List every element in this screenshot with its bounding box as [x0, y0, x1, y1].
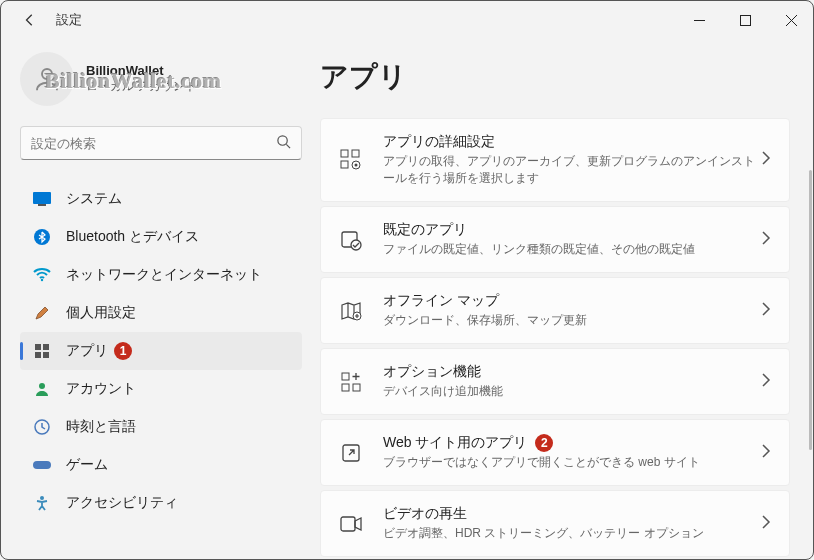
- wifi-icon: [32, 265, 52, 285]
- card-desc: ファイルの既定値、リンク種類の既定値、その他の既定値: [383, 241, 761, 258]
- badge: 2: [535, 434, 553, 452]
- svg-line-4: [286, 144, 290, 148]
- scrollbar[interactable]: [809, 170, 812, 450]
- maximize-button[interactable]: [722, 0, 768, 40]
- card-title: オプション機能: [383, 363, 761, 381]
- profile-name: BillionWallet: [86, 63, 197, 78]
- svg-rect-19: [341, 161, 348, 168]
- nav-label: アクセシビリティ: [66, 494, 178, 512]
- chevron-right-icon: [761, 302, 771, 320]
- card-title: ビデオの再生: [383, 505, 761, 523]
- minimize-button[interactable]: [676, 0, 722, 40]
- sidebar-item-accessibility[interactable]: アクセシビリティ: [20, 484, 302, 522]
- card-desc: ビデオ調整、HDR ストリーミング、バッテリー オプション: [383, 525, 761, 542]
- nav-label: アカウント: [66, 380, 136, 398]
- search-input[interactable]: [31, 136, 276, 151]
- svg-rect-12: [43, 352, 49, 358]
- card-desc: デバイス向け追加機能: [383, 383, 761, 400]
- card-offline-maps[interactable]: オフライン マップ ダウンロード、保存場所、マップ更新: [320, 277, 790, 344]
- card-title: 既定のアプリ: [383, 221, 761, 239]
- svg-point-13: [39, 383, 45, 389]
- gamepad-icon: [32, 455, 52, 475]
- back-button[interactable]: [20, 10, 40, 30]
- sidebar: BillionWallet ローカル アカウント システム Bluetooth …: [0, 40, 310, 560]
- search-icon: [276, 134, 291, 153]
- apps-icon: [32, 341, 52, 361]
- video-icon: [339, 512, 363, 536]
- nav-label: 時刻と言語: [66, 418, 136, 436]
- nav-label: ゲーム: [66, 456, 108, 474]
- svg-rect-29: [341, 517, 355, 531]
- nav-label: ネットワークとインターネット: [66, 266, 262, 284]
- search-box[interactable]: [20, 126, 302, 160]
- nav-label: Bluetooth とデバイス: [66, 228, 199, 246]
- card-optional-features[interactable]: オプション機能 デバイス向け追加機能: [320, 348, 790, 415]
- svg-rect-18: [352, 150, 359, 157]
- brush-icon: [32, 303, 52, 323]
- svg-point-8: [41, 279, 43, 281]
- default-apps-icon: [339, 228, 363, 252]
- svg-point-21: [355, 164, 358, 167]
- svg-rect-5: [33, 192, 51, 204]
- card-web-apps[interactable]: Web サイト用のアプリ2 ブラウザーではなくアプリで開くことができる web …: [320, 419, 790, 486]
- open-icon: [339, 441, 363, 465]
- main-content: アプリ アプリの詳細設定 アプリの取得、アプリのアーカイブ、更新プログラムのアン…: [310, 40, 814, 560]
- svg-rect-11: [35, 352, 41, 358]
- svg-rect-26: [342, 384, 349, 391]
- svg-rect-9: [35, 344, 41, 350]
- card-video-playback[interactable]: ビデオの再生 ビデオ調整、HDR ストリーミング、バッテリー オプション: [320, 490, 790, 557]
- badge: 1: [114, 342, 132, 360]
- page-title: アプリ: [320, 58, 790, 96]
- card-desc: ダウンロード、保存場所、マップ更新: [383, 312, 761, 329]
- sidebar-item-apps[interactable]: アプリ 1: [20, 332, 302, 370]
- card-desc: ブラウザーではなくアプリで開くことができる web サイト: [383, 454, 761, 471]
- sidebar-item-time[interactable]: 時刻と言語: [20, 408, 302, 446]
- nav-label: 個人用設定: [66, 304, 136, 322]
- sidebar-item-personalization[interactable]: 個人用設定: [20, 294, 302, 332]
- clock-icon: [32, 417, 52, 437]
- card-title: Web サイト用のアプリ2: [383, 434, 761, 452]
- map-icon: [339, 299, 363, 323]
- chevron-right-icon: [761, 231, 771, 249]
- svg-point-2: [42, 69, 52, 79]
- card-default-apps[interactable]: 既定のアプリ ファイルの既定値、リンク種類の既定値、その他の既定値: [320, 206, 790, 273]
- svg-point-16: [40, 496, 44, 500]
- nav-label: システム: [66, 190, 122, 208]
- chevron-right-icon: [761, 515, 771, 533]
- window-controls: [676, 0, 814, 40]
- svg-rect-6: [38, 204, 46, 206]
- card-desc: アプリの取得、アプリのアーカイブ、更新プログラムのアンインストールを行う場所を選…: [383, 153, 761, 187]
- profile-sub: ローカル アカウント: [86, 78, 197, 95]
- card-title: アプリの詳細設定: [383, 133, 761, 151]
- svg-point-3: [278, 135, 287, 144]
- titlebar: 設定: [0, 0, 814, 40]
- sidebar-item-gaming[interactable]: ゲーム: [20, 446, 302, 484]
- card-advanced-settings[interactable]: アプリの詳細設定 アプリの取得、アプリのアーカイブ、更新プログラムのアンインスト…: [320, 118, 790, 202]
- bluetooth-icon: [32, 227, 52, 247]
- nav-label: アプリ: [66, 342, 108, 360]
- chevron-right-icon: [761, 444, 771, 462]
- close-button[interactable]: [768, 0, 814, 40]
- card-title: オフライン マップ: [383, 292, 761, 310]
- sidebar-item-accounts[interactable]: アカウント: [20, 370, 302, 408]
- grid-plus-icon: [339, 370, 363, 394]
- svg-rect-15: [33, 461, 51, 469]
- system-icon: [32, 189, 52, 209]
- window-title: 設定: [56, 11, 82, 29]
- avatar: [20, 52, 74, 106]
- person-icon: [32, 379, 52, 399]
- svg-rect-17: [341, 150, 348, 157]
- chevron-right-icon: [761, 151, 771, 169]
- sidebar-item-system[interactable]: システム: [20, 180, 302, 218]
- svg-rect-27: [353, 384, 360, 391]
- svg-rect-25: [342, 373, 349, 380]
- grid-gear-icon: [339, 148, 363, 172]
- accessibility-icon: [32, 493, 52, 513]
- profile-block[interactable]: BillionWallet ローカル アカウント: [20, 52, 302, 106]
- sidebar-item-bluetooth[interactable]: Bluetooth とデバイス: [20, 218, 302, 256]
- chevron-right-icon: [761, 373, 771, 391]
- svg-rect-10: [43, 344, 49, 350]
- svg-rect-1: [740, 15, 750, 25]
- sidebar-item-network[interactable]: ネットワークとインターネット: [20, 256, 302, 294]
- svg-point-23: [351, 240, 361, 250]
